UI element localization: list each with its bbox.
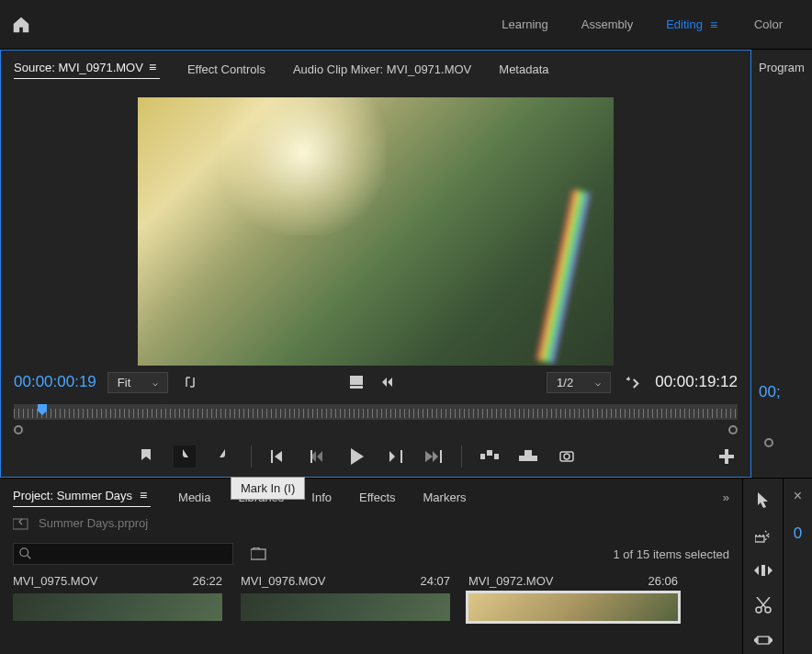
- drag-video-icon[interactable]: [346, 371, 368, 393]
- close-icon[interactable]: ×: [794, 488, 802, 503]
- mark-in-button[interactable]: [174, 445, 196, 468]
- tab-markers[interactable]: Markers: [423, 490, 467, 504]
- svg-rect-0: [350, 376, 363, 385]
- source-panel-tabs: Source: MVI_0971.MOV Effect Controls Aud…: [1, 51, 750, 85]
- clip-item[interactable]: MVI_0976.MOV24:07: [241, 574, 450, 621]
- tab-source[interactable]: Source: MVI_0971.MOV: [14, 60, 160, 79]
- step-back-button[interactable]: [307, 445, 329, 468]
- tab-effect-controls[interactable]: Effect Controls: [187, 62, 265, 76]
- duration-timecode[interactable]: 00:00:19:12: [655, 373, 738, 391]
- svg-rect-21: [758, 637, 769, 644]
- svg-rect-14: [719, 455, 734, 458]
- tab-audio-mixer[interactable]: Audio Clip Mixer: MVI_0971.MOV: [293, 62, 471, 76]
- clip-grid: MVI_0975.MOV26:22 MVI_0976.MOV24:07 MVI_…: [13, 574, 729, 621]
- svg-rect-9: [519, 456, 537, 461]
- clip-item[interactable]: MVI_0975.MOV26:22: [13, 574, 222, 621]
- search-icon: [19, 547, 32, 560]
- tab-info[interactable]: Info: [311, 490, 332, 504]
- transport-controls: Mark In (I): [1, 436, 750, 477]
- drag-audio-icon[interactable]: [379, 371, 401, 393]
- workspace-tab-assembly[interactable]: Assembly: [581, 12, 633, 38]
- workspace-tab-editing[interactable]: Editing: [666, 12, 721, 38]
- step-forward-button[interactable]: [384, 445, 406, 468]
- settings-icon[interactable]: [622, 371, 644, 393]
- tools-panel: [742, 478, 783, 654]
- home-icon[interactable]: [11, 15, 31, 35]
- track-select-tool-icon[interactable]: [752, 524, 774, 547]
- clip-thumbnail: [241, 593, 450, 621]
- project-panel: Project: Summer Days Media Libraries Inf…: [0, 478, 742, 654]
- playhead[interactable]: [38, 404, 49, 430]
- in-point-handle[interactable]: [14, 425, 23, 434]
- razor-tool-icon[interactable]: [752, 594, 774, 616]
- hamburger-icon[interactable]: [140, 488, 151, 502]
- clip-item[interactable]: MVI_0972.MOV26:06: [468, 574, 678, 621]
- svg-point-16: [20, 548, 28, 557]
- slip-tool-icon[interactable]: [752, 629, 774, 651]
- top-bar: Learning Assembly Editing Color: [0, 0, 812, 50]
- current-timecode[interactable]: 00:00:00:19: [14, 373, 96, 391]
- svg-rect-5: [440, 450, 442, 463]
- selection-tool-icon[interactable]: [752, 490, 774, 512]
- program-monitor-panel: Program 00;: [751, 50, 812, 478]
- selection-status: 1 of 15 items selected: [614, 547, 729, 561]
- clip-thumbnail: [13, 593, 222, 621]
- resolution-select[interactable]: 1/2: [547, 372, 611, 393]
- svg-rect-2: [271, 450, 273, 463]
- timeline-scrubber[interactable]: [14, 404, 738, 420]
- tab-project[interactable]: Project: Summer Days: [13, 488, 151, 507]
- new-bin-icon[interactable]: [248, 543, 270, 565]
- tooltip: Mark In (I): [231, 477, 305, 500]
- mark-in-out-icon[interactable]: [179, 371, 201, 393]
- svg-rect-10: [524, 450, 532, 456]
- tab-program[interactable]: Program: [759, 61, 805, 74]
- workspace-tab-color[interactable]: Color: [754, 12, 783, 38]
- svg-rect-7: [487, 450, 492, 456]
- seq-timecode-stub[interactable]: 0: [794, 524, 802, 542]
- go-to-out-button[interactable]: [423, 445, 445, 468]
- timeline-ticks: [14, 409, 738, 418]
- overflow-icon[interactable]: »: [723, 490, 729, 504]
- nav-up-icon[interactable]: [13, 517, 29, 530]
- search-input[interactable]: [13, 543, 233, 565]
- program-in-handle[interactable]: [764, 438, 773, 447]
- out-point-handle[interactable]: [728, 425, 738, 434]
- svg-rect-1: [350, 386, 363, 389]
- play-button[interactable]: [345, 445, 367, 468]
- sequence-panel-stub: × 0: [783, 478, 812, 654]
- overwrite-button[interactable]: [517, 445, 539, 468]
- workspace-tab-learning[interactable]: Learning: [502, 12, 548, 38]
- hamburger-icon: [710, 17, 721, 32]
- preview-viewport[interactable]: [1, 85, 750, 366]
- program-timecode[interactable]: 00;: [759, 383, 805, 401]
- ripple-edit-tool-icon[interactable]: [752, 559, 774, 581]
- tab-effects[interactable]: Effects: [359, 490, 396, 504]
- insert-button[interactable]: [479, 445, 501, 468]
- breadcrumb: Summer Days.prproj: [13, 507, 729, 539]
- tab-metadata[interactable]: Metadata: [499, 62, 548, 76]
- svg-point-12: [564, 454, 570, 459]
- button-editor-icon[interactable]: [716, 445, 738, 468]
- svg-rect-8: [494, 454, 499, 459]
- svg-rect-3: [310, 450, 312, 463]
- mark-out-button[interactable]: [212, 445, 234, 468]
- hamburger-icon[interactable]: [149, 60, 160, 74]
- clip-thumbnail: [468, 593, 678, 621]
- svg-rect-4: [400, 450, 402, 463]
- svg-rect-6: [480, 454, 485, 459]
- project-tabs: Project: Summer Days Media Libraries Inf…: [13, 488, 729, 507]
- svg-rect-18: [755, 536, 764, 542]
- video-frame: [138, 97, 614, 366]
- source-monitor-panel: Source: MVI_0971.MOV Effect Controls Aud…: [0, 50, 751, 478]
- project-filename: Summer Days.prproj: [39, 516, 148, 530]
- tab-media[interactable]: Media: [178, 490, 210, 504]
- zoom-select[interactable]: Fit: [107, 372, 168, 393]
- go-to-in-button[interactable]: [268, 445, 290, 468]
- svg-rect-17: [251, 549, 265, 559]
- add-marker-button[interactable]: [135, 445, 157, 468]
- workspace-tabs: Learning Assembly Editing Color: [502, 12, 783, 38]
- export-frame-button[interactable]: [556, 445, 578, 468]
